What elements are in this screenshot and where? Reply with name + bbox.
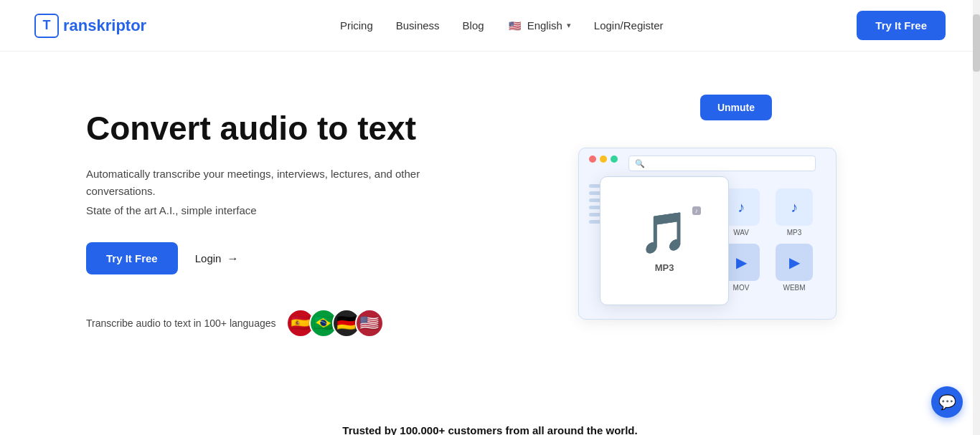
nav-links: Pricing Business Blog 🇺🇸 English ▾ Login… — [340, 18, 664, 34]
chat-bubble[interactable]: 💬 — [931, 386, 963, 418]
hero-subtext: State of the art A.I., simple interface — [86, 204, 459, 216]
hero-section: Convert audio to text Automatically tran… — [0, 52, 980, 396]
mp3-grid-label: MP3 — [787, 229, 802, 236]
hero-login-button[interactable]: Login → — [195, 252, 239, 265]
nav-login-register[interactable]: Login/Register — [594, 19, 664, 32]
mp3-grid-icon: ♪ — [776, 188, 813, 226]
hero-description: Automatically transcribe your meetings, … — [86, 166, 459, 200]
mp3-file-label: MP3 — [655, 262, 674, 273]
hero-buttons: Try It Free Login → — [86, 242, 459, 274]
flag-icon: 🇺🇸 — [507, 18, 523, 34]
logo-icon: T — [34, 14, 59, 38]
webm-label: WEBM — [783, 284, 805, 292]
file-mp3-grid: ♪ MP3 — [771, 188, 817, 236]
wav-label: WAV — [733, 229, 749, 236]
navbar: T ranskriptor Pricing Business Blog 🇺🇸 E… — [0, 0, 980, 52]
window-dots: 🔍 — [579, 148, 836, 178]
search-icon: 🔍 — [635, 159, 645, 168]
logo-text: ranskriptor — [63, 16, 146, 35]
chevron-down-icon: ▾ — [567, 21, 571, 30]
file-extension-badge: ♪ — [692, 206, 702, 215]
trusted-section: Trusted by 100.000+ customers from all a… — [0, 396, 980, 435]
flags-group: 🇪🇸 🇧🇷 🇩🇪 🇺🇸 — [286, 309, 384, 338]
nav-language[interactable]: 🇺🇸 English ▾ — [507, 18, 571, 34]
dot-red — [589, 156, 596, 163]
hero-right: Unmute 🔍 — [578, 95, 894, 341]
music-note-icon: 🎵 — [639, 210, 689, 255]
mp3-file-window: 🎵 ♪ MP3 — [600, 176, 729, 305]
language-row: Transcribe audio to text in 100+ languag… — [86, 309, 459, 338]
hero-try-free-button[interactable]: Try It Free — [86, 242, 178, 274]
scrollbar-thumb[interactable] — [973, 14, 980, 72]
mp3-icon-wrapper: 🎵 ♪ — [639, 209, 689, 257]
trusted-text: Trusted by 100.000+ customers from all a… — [0, 424, 980, 435]
dot-green — [611, 156, 618, 163]
chat-icon: 💬 — [938, 393, 956, 411]
scrollbar-track[interactable] — [973, 0, 980, 435]
file-webm: ▶ WEBM — [771, 244, 817, 292]
dot-yellow — [600, 156, 607, 163]
mockup-container: 🔍 ♪ AAC — [578, 133, 880, 341]
webm-icon: ▶ — [776, 244, 813, 281]
nav-blog[interactable]: Blog — [463, 19, 484, 32]
unmute-button[interactable]: Unmute — [700, 95, 772, 120]
nav-business[interactable]: Business — [396, 19, 440, 32]
nav-pricing[interactable]: Pricing — [340, 19, 373, 32]
hero-title: Convert audio to text — [86, 109, 459, 148]
language-label: English — [527, 19, 562, 32]
flag-us: 🇺🇸 — [355, 309, 384, 338]
mov-label: MOV — [733, 284, 750, 292]
arrow-right-icon: → — [227, 252, 238, 265]
hero-left: Convert audio to text Automatically tran… — [86, 95, 459, 338]
nav-try-free-button[interactable]: Try It Free — [857, 11, 946, 40]
lang-row-text: Transcribe audio to text in 100+ languag… — [86, 317, 276, 329]
search-bar[interactable]: 🔍 — [628, 156, 816, 171]
logo[interactable]: T ranskriptor — [34, 14, 146, 38]
